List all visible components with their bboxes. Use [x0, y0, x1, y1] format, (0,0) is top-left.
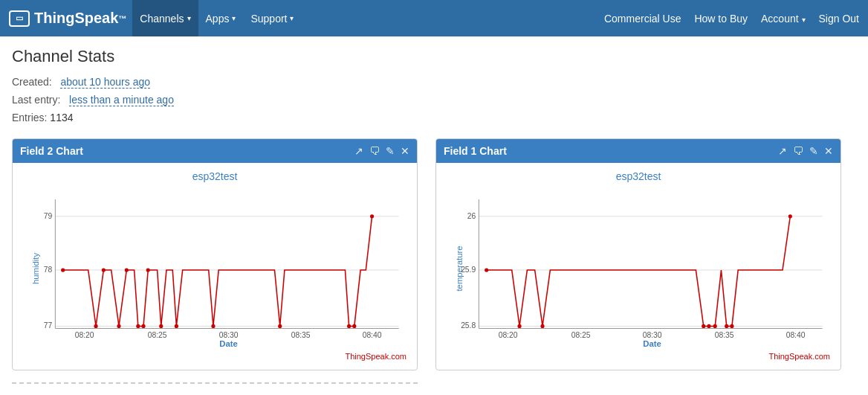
channel-stats: Created: about 10 hours ago Last entry: … [12, 74, 856, 126]
svg-text:08:30: 08:30 [219, 331, 239, 339]
nav-how-to-buy[interactable]: How to Buy [694, 13, 748, 25]
nav-support[interactable]: Support ▾ [243, 0, 301, 36]
svg-point-22 [146, 269, 150, 272]
svg-text:08:25: 08:25 [148, 331, 167, 339]
svg-point-21 [141, 324, 145, 328]
field1-header-icons: ↗ 🗨 ✎ ✕ [778, 145, 833, 157]
svg-text:08:35: 08:35 [291, 331, 311, 339]
nav-apps[interactable]: Apps ▾ [198, 0, 244, 36]
svg-text:26: 26 [467, 212, 476, 220]
svg-text:08:35: 08:35 [715, 331, 734, 339]
svg-point-49 [707, 324, 710, 328]
svg-text:78: 78 [44, 266, 53, 274]
svg-text:08:40: 08:40 [363, 331, 382, 339]
entries-row: Entries: 1134 [12, 109, 856, 127]
entries-value: 1134 [50, 112, 73, 123]
field1-external-icon[interactable]: ↗ [778, 145, 787, 157]
field1-close-icon[interactable]: ✕ [824, 145, 833, 157]
field2-chart-title: esp32test [23, 170, 407, 182]
nav-channels[interactable]: Channels ▾ [132, 0, 198, 36]
svg-text:77: 77 [44, 322, 53, 330]
channels-caret: ▾ [187, 14, 191, 22]
field2-external-icon[interactable]: ↗ [354, 145, 363, 157]
main-nav: ▭ ThingSpeak™ Channels ▾ Apps ▾ Support … [0, 0, 868, 36]
field1-title: Field 1 Chart [444, 145, 507, 157]
nav-account[interactable]: Account ▾ [761, 13, 805, 25]
svg-point-16 [94, 324, 97, 328]
charts-row: Field 2 Chart ↗ 🗨 ✎ ✕ esp32test humidity… [12, 138, 856, 370]
field1-chart-container: temperature 26 25.9 25.8 08:20 [447, 187, 830, 350]
field1-svg: temperature 26 25.9 25.8 08:20 [447, 187, 830, 350]
svg-text:Date: Date [643, 340, 661, 349]
field2-edit-icon[interactable]: ✎ [386, 145, 395, 157]
svg-point-45 [485, 269, 488, 272]
logo-icon: ▭ [9, 10, 30, 27]
field2-title: Field 2 Chart [20, 145, 83, 157]
svg-text:25.8: 25.8 [461, 322, 476, 330]
nav-commercial-use[interactable]: Commercial Use [604, 13, 681, 25]
field1-comment-icon[interactable]: 🗨 [793, 145, 803, 157]
svg-text:08:25: 08:25 [571, 331, 591, 339]
nav-sign-out[interactable]: Sign Out [819, 13, 859, 25]
svg-point-48 [702, 324, 705, 328]
field2-header-icons: ↗ 🗨 ✎ ✕ [354, 145, 409, 157]
svg-text:Date: Date [219, 340, 238, 349]
field1-chart-title: esp32test [447, 170, 830, 182]
created-row: Created: about 10 hours ago [12, 74, 856, 91]
svg-text:08:20: 08:20 [75, 331, 94, 339]
apps-caret: ▾ [232, 14, 236, 22]
field1-chart-header: Field 1 Chart ↗ 🗨 ✎ ✕ [436, 139, 841, 163]
account-caret: ▾ [802, 16, 806, 24]
brand-name: ThingSpeak [34, 10, 118, 27]
brand-logo[interactable]: ▭ ThingSpeak™ [9, 10, 126, 27]
field2-chart-card: Field 2 Chart ↗ 🗨 ✎ ✕ esp32test humidity… [12, 138, 418, 370]
entries-label: Entries: [12, 112, 47, 123]
field2-chart-container: humidity 79 78 77 08:20 [23, 187, 407, 350]
main-content: Channel Stats Created: about 10 hours ag… [0, 36, 868, 394]
last-entry-label: Last entry: [12, 94, 60, 106]
svg-point-18 [117, 324, 120, 328]
svg-point-23 [159, 324, 163, 328]
support-caret: ▾ [290, 14, 294, 22]
svg-text:08:20: 08:20 [499, 331, 518, 339]
last-entry-value[interactable]: less than a minute ago [69, 94, 174, 106]
svg-text:25.9: 25.9 [461, 266, 476, 274]
svg-point-20 [136, 324, 140, 328]
svg-point-28 [352, 324, 356, 328]
svg-point-25 [211, 324, 215, 328]
field1-edit-icon[interactable]: ✎ [809, 145, 818, 157]
field2-comment-icon[interactable]: 🗨 [369, 145, 380, 157]
svg-point-17 [102, 269, 106, 272]
svg-point-15 [61, 269, 65, 272]
svg-point-47 [540, 324, 544, 328]
field1-footer: ThingSpeak.com [447, 352, 830, 361]
field1-chart-body: esp32test temperature 26 25.9 25.8 [436, 163, 841, 370]
bottom-dashes [12, 382, 418, 384]
created-label: Created: [12, 76, 52, 88]
svg-text:humidity: humidity [31, 253, 40, 285]
svg-point-52 [730, 324, 733, 328]
svg-point-24 [175, 324, 178, 328]
created-value[interactable]: about 10 hours ago [60, 76, 150, 89]
field2-close-icon[interactable]: ✕ [401, 145, 409, 157]
svg-point-19 [125, 269, 129, 272]
svg-point-51 [725, 324, 728, 328]
svg-point-53 [788, 215, 792, 219]
svg-point-26 [278, 324, 282, 328]
field2-chart-header: Field 2 Chart ↗ 🗨 ✎ ✕ [13, 139, 417, 163]
svg-point-46 [517, 324, 521, 328]
field2-footer: ThingSpeak.com [23, 352, 407, 361]
brand-tm: ™ [118, 14, 126, 23]
field2-chart-body: esp32test humidity 79 78 77 [13, 163, 417, 370]
svg-text:08:40: 08:40 [786, 331, 806, 339]
svg-text:08:30: 08:30 [643, 331, 662, 339]
svg-point-27 [347, 324, 351, 328]
svg-point-50 [713, 324, 717, 328]
page-title: Channel Stats [12, 47, 856, 66]
last-entry-row: Last entry: less than a minute ago [12, 91, 856, 109]
svg-text:79: 79 [44, 212, 53, 220]
field1-chart-card: Field 1 Chart ↗ 🗨 ✎ ✕ esp32test temperat… [435, 138, 841, 370]
field2-svg: humidity 79 78 77 08:20 [23, 187, 407, 350]
svg-point-29 [370, 215, 374, 219]
